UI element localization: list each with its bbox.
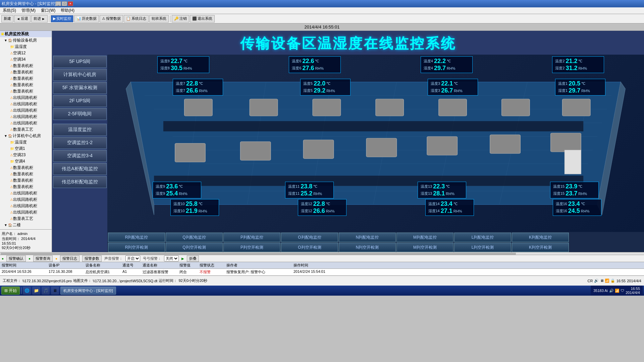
weak-electric-button[interactable]: 2-5F弱电间 xyxy=(53,108,107,120)
o-power-btn[interactable]: O列配电监控 xyxy=(281,233,338,242)
k-breaker-btn[interactable]: K列空开检测 xyxy=(512,243,569,252)
sidebar-item-outlet5[interactable]: ⚠出线回路机柜 xyxy=(9,120,52,126)
row-operator: 报警恢复用户: 报警中心 xyxy=(226,269,293,275)
sidebar-item-ac34[interactable]: ⚠空调34 xyxy=(9,56,52,63)
p-power-btn[interactable]: P列配电监控 xyxy=(223,233,280,242)
sidebar-item-floor2[interactable]: ▼ 🏠 二楼 xyxy=(3,222,52,228)
p-breaker-btn[interactable]: P列空开检测 xyxy=(223,243,280,252)
n-power-btn[interactable]: N列配电监控 xyxy=(339,233,396,242)
n-breaker-btn[interactable]: N列空开检测 xyxy=(339,243,396,252)
logout-button[interactable]: 🔑 注销 xyxy=(172,15,189,22)
menu-system[interactable]: 系统(S) xyxy=(0,7,19,14)
menu-window[interactable]: 窗口(W) xyxy=(38,7,58,14)
minimize-button[interactable]: _ xyxy=(56,1,61,6)
sidebar-item-comp-disp4[interactable]: ⚠数显表机柜 xyxy=(9,184,52,190)
sidebar-item-comp-out1[interactable]: ⚠出线回路机柜 xyxy=(9,190,52,196)
k-power-btn[interactable]: K列配电监控 xyxy=(512,233,569,242)
sidebar-item-display5[interactable]: ⚠数显表机柜 xyxy=(9,88,52,95)
start-button[interactable]: ⊞ 开始 xyxy=(1,287,20,295)
l-breaker-btn[interactable]: L列空开检测 xyxy=(454,243,511,252)
power-b-button[interactable]: 传总B柜配电监控 xyxy=(53,176,107,188)
r-breaker-btn[interactable]: R列空开检测 xyxy=(108,243,165,252)
map-label: 地图文件： xyxy=(73,278,92,283)
warn-icon: ⚠ xyxy=(10,89,13,93)
sensor-8-hum-label: 湿度8 xyxy=(160,66,170,71)
ac-monitor-34-button[interactable]: 空调监控3-4 xyxy=(53,150,107,162)
root-folder-icon: 🖥 xyxy=(1,32,4,36)
sidebar-item-comp-proc[interactable]: ⚠数显表工艺 xyxy=(9,216,52,222)
water-5f-button[interactable]: 5F 水管漏水检测 xyxy=(53,82,107,94)
r-power-btn[interactable]: R列配电监控 xyxy=(108,233,165,242)
new-button[interactable]: 新建 xyxy=(1,15,13,22)
q-breaker-btn[interactable]: Q列空开检测 xyxy=(166,243,223,252)
realtime-button[interactable]: ▶ 实时监控 xyxy=(51,15,73,22)
sidebar-item-comp-out3[interactable]: ⚠出线回路机柜 xyxy=(9,203,52,209)
sidebar-item-process1[interactable]: ⚠数显表工艺 xyxy=(9,126,52,133)
sidebar-item-comp-disp2[interactable]: ⚠数显表机柜 xyxy=(9,171,52,177)
sidebar-item-computer-room[interactable]: ▼ 🏠 计算机中心机房 xyxy=(3,133,52,139)
sidebar-item-comp-disp3[interactable]: ⚠数显表机柜 xyxy=(9,177,52,184)
exit-button[interactable]: ⬛ 退出系统 xyxy=(190,15,215,22)
syslog-button[interactable]: 📋 系统日志 xyxy=(124,15,149,22)
horizontal-scrollbar[interactable] xyxy=(0,252,644,255)
sidebar-item-transport[interactable]: ▼ 🏠 传输设备机房 xyxy=(3,37,52,44)
folder-icon-1: 🏠 xyxy=(8,39,12,42)
alarm-log-button[interactable]: 报警日志 xyxy=(60,255,79,262)
power-a-button[interactable]: 传总A柜配电监控 xyxy=(53,163,107,175)
quicklaunch-folder[interactable]: 📁 xyxy=(32,287,40,295)
temp-hum-monitor-button[interactable]: 温湿度监控 xyxy=(53,124,107,136)
sidebar-item-display3[interactable]: ⚠数显表机柜 xyxy=(9,75,52,82)
alarm-button[interactable]: ⚠ 报警数据 xyxy=(100,15,123,22)
sidebar-item-display2[interactable]: ⚠数显表机柜 xyxy=(9,69,52,75)
main-container: 🖥 机房监控系统 ▼ 🏠 传输设备机房 📁温湿度 ⚠空调12 ⚠空调34 ⚠数显… xyxy=(0,31,644,252)
alarm-confirm-button[interactable]: 报警确认 xyxy=(6,255,26,262)
o-breaker-btn[interactable]: O列空开检测 xyxy=(281,243,338,252)
sidebar-item-display1[interactable]: ⚠数显表机柜 xyxy=(9,63,52,69)
row-channel-num: A1 xyxy=(122,269,143,275)
alarm-query-button[interactable]: 报警查询 xyxy=(33,255,53,262)
restore-button[interactable]: □ xyxy=(62,1,67,6)
forward-button[interactable]: 前进 ► xyxy=(31,15,48,22)
quicklaunch-app[interactable]: 🖥 xyxy=(51,287,59,295)
sidebar-item-ac1[interactable]: 📁空调1 xyxy=(9,145,52,152)
col-channel-name: 通道名称 xyxy=(143,263,179,268)
q-power-btn[interactable]: Q列配电监控 xyxy=(166,233,223,242)
sidebar-item-outlet3[interactable]: ⚠出线回路机柜 xyxy=(9,107,52,114)
sidebar-item-temp-hum-2[interactable]: 📁温湿度 xyxy=(9,139,52,145)
history-button[interactable]: 📊 历史数据 xyxy=(74,15,99,22)
sidebar-item-ac12[interactable]: ⚠空调12 xyxy=(9,50,52,56)
back-button[interactable]: ◄ 后退 xyxy=(14,15,31,22)
ups-5f-button[interactable]: 5F UPS间 xyxy=(53,56,107,68)
warn-icon: ⚠ xyxy=(10,191,13,195)
quicklaunch-ie[interactable]: 🌐 xyxy=(23,287,31,295)
computer-room-button[interactable]: 计算机中心机房 xyxy=(53,69,107,81)
active-app-taskbar[interactable]: 机房安全网管中心 - [实时监控] xyxy=(60,287,116,295)
menu-help[interactable]: 帮助(H) xyxy=(58,7,77,14)
ups-2f-button[interactable]: 2F UPS间 xyxy=(53,95,107,107)
sidebar-item-comp-out2[interactable]: ⚠出线回路机柜 xyxy=(9,196,52,203)
quicklaunch-media[interactable]: 🎵 xyxy=(42,287,50,295)
fold-button[interactable]: 折叠 xyxy=(187,255,199,262)
sidebar-item-outlet1[interactable]: ⚠出线回路机柜 xyxy=(9,95,52,101)
sidebar-item-temp-hum-1[interactable]: 📁温湿度 xyxy=(9,44,52,50)
alarm-params-button[interactable]: 报警参数 xyxy=(82,255,102,262)
sidebar-root[interactable]: 🖥 机房监控系统 xyxy=(0,31,52,37)
sidebar-item-ac4[interactable]: 📁空调4 xyxy=(9,158,52,165)
signal-alarm-select[interactable]: 关闭 开启 xyxy=(164,255,179,261)
sidebar-item-comp-out4[interactable]: ⚠出线回路机柜 xyxy=(9,209,52,216)
m-breaker-btn[interactable]: M列空开检测 xyxy=(396,243,453,252)
menu-bar: 系统(S) 管理(M) 窗口(W) 帮助(H) xyxy=(0,7,644,14)
sidebar-item-outlet4[interactable]: ⚠出线回路机柜 xyxy=(9,114,52,120)
patrol-button[interactable]: 轮班系统 xyxy=(149,15,169,22)
ac-monitor-12-button[interactable]: 空调监控1-2 xyxy=(53,137,107,149)
sidebar-item-ac23[interactable]: ⚠空调23 xyxy=(9,152,52,158)
sensor-8-temp-value: 22.7 xyxy=(171,58,182,65)
sidebar-item-display4[interactable]: ⚠数显表机柜 xyxy=(9,82,52,88)
l-power-btn[interactable]: L列配电监控 xyxy=(454,233,511,242)
sidebar-item-outlet2[interactable]: ⚠出线回路机柜 xyxy=(9,101,52,107)
close-button[interactable]: ✕ xyxy=(68,1,73,6)
menu-manage[interactable]: 管理(M) xyxy=(19,7,38,14)
m-power-btn[interactable]: M列配电监控 xyxy=(396,233,453,242)
sound-alarm-select[interactable]: 开启 关闭 xyxy=(125,255,140,261)
sidebar-item-comp-disp1[interactable]: ⚠数显表机柜 xyxy=(9,165,52,171)
